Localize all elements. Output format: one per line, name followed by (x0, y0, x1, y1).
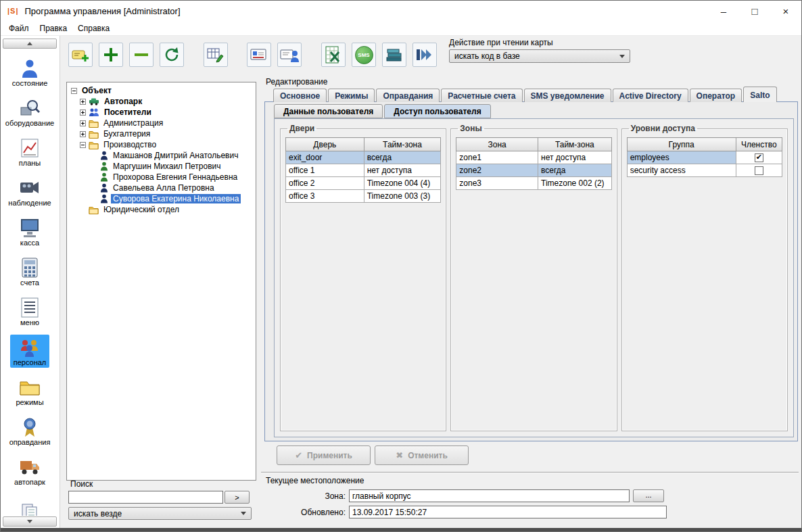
table-row[interactable]: security access (627, 164, 782, 177)
zone-browse-button[interactable]: ... (633, 489, 664, 502)
sidebar-item-cashdesk[interactable]: касса (1, 212, 59, 251)
apply-button[interactable]: ✔Применить (277, 445, 371, 465)
card-action-select[interactable]: искать код в базе (449, 49, 630, 63)
tab-excuses[interactable]: Оправдания (376, 89, 440, 102)
add-button[interactable] (99, 43, 123, 67)
tree-item-person[interactable]: Савельева Алла Петровна (67, 183, 256, 193)
sidebar-scroll-down-button[interactable] (3, 516, 57, 527)
sidebar-scroll-up-button[interactable] (3, 39, 57, 49)
access-levels-groupbox: Уровни доступа Группа Членство employees (621, 124, 788, 431)
edit-table-button[interactable] (204, 43, 228, 67)
fleet-truck-icon (20, 456, 40, 477)
tree-item-fleet[interactable]: Автопарк (67, 96, 256, 107)
sidebar-item-plans[interactable]: планы (1, 132, 59, 172)
expand-icon[interactable] (80, 99, 86, 105)
sidebar-item-accounts[interactable]: счета (1, 251, 59, 291)
table-row[interactable]: office 1нет доступа (286, 164, 441, 177)
tree-item-accounting[interactable]: Бухгалтерия (67, 128, 256, 139)
collapse-icon[interactable] (71, 88, 77, 94)
transfer-button[interactable] (412, 43, 437, 67)
sidebar-item-modes[interactable]: режимы (1, 371, 59, 411)
membership-checkbox[interactable] (755, 166, 763, 175)
zones-title: Зоны (458, 124, 483, 133)
person-icon (100, 183, 108, 193)
table-row[interactable]: employees (627, 151, 782, 164)
tree-item-production[interactable]: Производство (67, 139, 256, 150)
tab-accounts[interactable]: Расчетные счета (441, 89, 522, 102)
sidebar-item-equipment[interactable]: оборудование (1, 92, 59, 132)
close-button[interactable]: × (770, 1, 801, 21)
cancel-button[interactable]: ✖Отменить (375, 445, 469, 465)
assign-card-button[interactable] (247, 43, 271, 67)
tab-sms[interactable]: SMS уведомление (524, 89, 611, 102)
minimize-button[interactable]: – (708, 1, 739, 21)
sidebar-item-surveillance[interactable]: наблюдение (1, 172, 59, 212)
sidebar-item-documents[interactable] (1, 491, 59, 516)
visitors-icon (89, 107, 99, 117)
search-go-button[interactable]: > (225, 491, 250, 504)
tab-user-data[interactable]: Данные пользователя (274, 104, 383, 118)
person-icon (100, 151, 108, 160)
editor-panel: Редактирование Основное Режимы Оправдани… (261, 76, 799, 531)
updated-input[interactable] (349, 506, 667, 518)
sidebar-item-excuses[interactable]: оправдания (1, 411, 59, 451)
equipment-icon (20, 97, 40, 118)
folder-icon (89, 119, 99, 128)
access-levels-table: Группа Членство employees security acces… (627, 137, 782, 177)
folder-icon (89, 141, 99, 149)
sidebar-item-menu[interactable]: меню (1, 291, 59, 331)
search-input[interactable] (68, 491, 223, 504)
tree-item-object[interactable]: Объект (67, 85, 256, 96)
table-row[interactable]: zone2всегда (456, 164, 611, 177)
zones-groupbox: Зоны Зона Тайм-зона zone1нет доступа zon… (450, 124, 617, 431)
archive-button[interactable] (382, 43, 406, 67)
table-row[interactable]: exit_doorвсегда (286, 151, 441, 164)
excel-export-button[interactable] (321, 43, 346, 67)
tab-active-directory[interactable]: Active Directory (613, 89, 688, 102)
transfer-arrows-icon (415, 47, 434, 63)
refresh-button[interactable] (160, 43, 184, 67)
tree-item-person-selected[interactable]: Суворова Екатерина Николаевна (67, 193, 256, 204)
add-card-button[interactable] (68, 43, 93, 67)
menu-help[interactable]: Справка (72, 22, 115, 34)
expand-icon[interactable] (80, 120, 86, 126)
tree-item-legal[interactable]: Юридический отдел (67, 204, 256, 215)
sidebar-item-personnel[interactable]: персонал (1, 331, 59, 371)
sidebar-items: состояние оборудование планы наблюдение … (1, 52, 59, 516)
table-row[interactable]: office 3Timezone 003 (3) (286, 190, 441, 203)
menu-file[interactable]: Файл (3, 22, 34, 34)
menu-list-icon (21, 297, 39, 318)
table-row[interactable]: zone3Timezone 002 (2) (456, 177, 611, 190)
zone-input[interactable] (349, 489, 630, 502)
sms-button[interactable]: SMS (352, 43, 376, 67)
surveillance-camera-icon (20, 177, 40, 198)
tree-item-visitors[interactable]: Посетители (67, 107, 256, 118)
membership-checkbox[interactable] (755, 153, 763, 162)
tree-item-administration[interactable]: Администрация (67, 118, 256, 128)
sidebar-item-fleet[interactable]: автопарк (1, 451, 59, 491)
plans-icon (20, 137, 39, 158)
remove-button[interactable] (129, 43, 154, 67)
sidebar-item-status[interactable]: состояние (1, 52, 59, 92)
card-action-group: Действие при чтении карты искать код в б… (449, 38, 630, 63)
tab-main[interactable]: Основное (273, 89, 327, 102)
card-person-button[interactable] (277, 43, 302, 67)
column-header: Зона (456, 138, 538, 151)
tree-item-person[interactable]: Маргушин Михаил Петрович (67, 161, 256, 172)
collapse-icon[interactable] (80, 142, 86, 148)
table-row[interactable]: zone1нет доступа (456, 151, 611, 164)
tab-modes[interactable]: Режимы (328, 89, 375, 102)
menu-edit[interactable]: Правка (34, 22, 73, 34)
search-scope-select[interactable]: искать везде (68, 507, 252, 520)
tree-item-person[interactable]: Макшанов Дмитрий Анатольевич (67, 150, 256, 161)
tab-user-access[interactable]: Доступ пользователя (384, 104, 490, 118)
maximize-button[interactable]: □ (739, 1, 770, 21)
table-row[interactable]: office 2Timezone 004 (4) (286, 177, 441, 190)
column-header: Тайм-зона (538, 138, 612, 151)
tab-operator[interactable]: Оператор (690, 89, 742, 102)
expand-icon[interactable] (80, 131, 86, 137)
expand-icon[interactable] (80, 110, 86, 116)
tree-item-person[interactable]: Прохорова Евгения Геннадьевна (67, 172, 256, 183)
tab-salto[interactable]: Salto (743, 87, 776, 102)
column-header: Группа (627, 138, 736, 151)
